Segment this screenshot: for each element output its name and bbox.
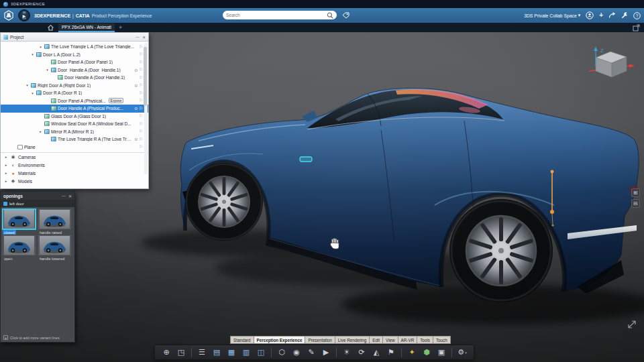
eye-icon[interactable]: ⊙ [134,137,138,141]
workbench-tab[interactable]: Tools [417,336,433,344]
tree-item[interactable]: ▸Mirror R A (Mirror R 1)⚐ [1,128,148,136]
variant-thumbnail[interactable]: handle raised [38,209,72,235]
flag-icon[interactable]: ⚐ [139,129,143,134]
variant-group-row[interactable]: left door [1,200,74,207]
spec-tree-icon[interactable]: ☰ [196,347,208,359]
render-quality-icon[interactable]: ⬢ [421,347,433,359]
3ds-logo-icon[interactable] [3,10,14,21]
home-icon[interactable] [47,24,54,31]
wrench-icon[interactable] [621,12,628,19]
navigation-cube[interactable]: Z [586,46,637,82]
tree-item[interactable]: Door Handle A (Door Handle.1)⚐ [1,74,148,82]
openings-panel-header[interactable]: openings — ✕ [1,192,74,200]
product-context-icon[interactable]: ⬡ [276,347,288,359]
tree-scrollbar-track[interactable] [144,43,148,174]
variant-preview-image[interactable] [38,235,71,255]
tree-item[interactable]: Glass Door A (Glass Door 1)⚐ [1,113,148,121]
compass-icon[interactable]: 20 ▶ V.R [18,9,30,21]
search-input[interactable] [226,13,325,17]
variant-preview-image[interactable] [38,209,71,229]
expand-arrow-icon[interactable]: ▾ [30,52,35,56]
library-section-cameras[interactable]: ▸◉Cameras [1,153,148,161]
tree-item[interactable]: ▾Door L A (Door L.2)⚐ [1,51,148,59]
tree-scrollbar-thumb[interactable] [144,47,147,106]
variant-preview-image[interactable] [3,235,36,255]
collapse-viewport-button[interactable]: ⊟ [631,199,640,208]
sketch-icon[interactable]: ✎ [305,347,317,359]
layout-grid-icon[interactable]: ▦ [225,347,237,359]
tree-item[interactable]: ▾Door_Handle A (Door_Handle.1)⊙⚐ [1,66,148,74]
variant-thumbnail[interactable]: open [3,235,37,261]
search-box[interactable] [223,11,337,19]
flag-icon[interactable]: ⚐ [139,144,143,149]
project-panel-header[interactable]: Project — ✕ [1,33,148,42]
tree-item[interactable]: Plane⚐ [1,143,148,152]
library-section-environments[interactable]: ▸◐Environments [1,161,148,169]
library-section-models[interactable]: ▸◆Models [1,177,148,185]
expand-arrow-icon[interactable]: ▾ [30,91,35,95]
tree-item[interactable]: Door Handle A (Physical Produc...⊙⚐ [1,105,148,113]
layout-split-icon[interactable]: ◫ [255,347,267,359]
tree-item[interactable]: ▾Right Door A (Right Door 1)⊙⚐ [1,82,148,90]
variant-preview-image[interactable] [3,209,36,229]
tree-item[interactable]: Window Seal Door R A (Window Seal D...⚐ [1,120,148,128]
flag-icon[interactable]: ⚐ [139,106,143,111]
door-handle-highlight[interactable] [300,157,312,162]
minimize-icon[interactable]: — [136,35,140,40]
collab-space-dropdown[interactable]: 3DS Private Collab Space ▾ [524,13,580,18]
expand-arrow-icon[interactable]: ▸ [38,129,43,133]
expand-window-icon[interactable] [633,24,640,32]
flag-icon[interactable]: ⚐ [139,60,143,65]
flag-icon[interactable]: ⚐ [139,75,143,80]
share-icon[interactable] [608,12,616,19]
capture-icon[interactable]: ▣ [435,347,447,359]
document-tab[interactable]: PPX 26xGA WN - Animati [58,23,115,32]
expand-arrow-icon[interactable]: ▾ [38,45,43,49]
eye-icon[interactable]: ⊙ [134,68,138,72]
flag-icon[interactable]: ⚐ [139,113,143,119]
workbench-tab[interactable]: Presentation [305,336,335,344]
tree-item[interactable]: Door Panel A (Physical...Expose⚐ [1,97,148,105]
zoom-area-icon[interactable]: ⊕ [160,347,172,359]
expand-arrow-icon[interactable]: ▾ [25,83,30,87]
expand-arrow-icon[interactable]: ▾ [45,68,50,72]
expand-arrow-icon[interactable]: ▸ [4,155,8,159]
effects-icon[interactable]: ✦ [406,347,418,359]
variant-thumbnail[interactable]: handle lowered [38,235,72,261]
close-icon[interactable]: ✕ [142,35,146,40]
tree-item[interactable]: ▾The Love Triangle L A (The Love Triangl… [1,43,148,51]
eye-icon[interactable]: ⊙ [134,106,138,111]
workbench-tab[interactable]: Standard [230,336,254,344]
flag-icon[interactable]: ⚐ [139,82,143,88]
workbench-tab[interactable]: AR-VR [398,336,418,344]
resize-corner-icon[interactable] [627,319,637,333]
workbench-tab[interactable]: Live Rendering [335,336,370,344]
play-animation-icon[interactable]: ▶ [320,347,332,359]
tree-item[interactable]: ▾Door R A (Door R 1)⚐ [1,89,148,97]
material-preview-icon[interactable]: ◉ [290,347,303,359]
expand-arrow-icon[interactable]: ▸ [4,171,8,175]
workbench-tab[interactable]: Touch [433,336,451,344]
tree-item[interactable]: The Love Triangle R A (The Love Triangle… [1,135,148,143]
help-icon[interactable]: ? [633,12,641,19]
flag-icon[interactable]: ⚐ [139,52,143,57]
new-tab-button[interactable]: + [119,24,122,31]
workbench-tab[interactable]: Perception Experience [254,336,306,344]
iso-view-icon[interactable]: ◳ [175,347,187,359]
layout-columns-icon[interactable]: ▥ [240,347,252,359]
expand-arrow-icon[interactable]: ▸ [4,163,8,167]
expand-viewport-button[interactable]: ⊞ [631,188,640,197]
milestone-flag-icon[interactable]: ⚑ [385,347,397,359]
workbench-tab[interactable]: Edit [369,336,383,344]
expand-arrow-icon[interactable]: ▸ [4,179,8,183]
turntable-icon[interactable]: ⟳ [356,347,368,359]
layout-rows-icon[interactable]: ▤ [211,347,223,359]
flag-icon[interactable]: ⚐ [139,121,143,127]
eye-icon[interactable]: ⊙ [134,83,138,88]
flag-icon[interactable]: ⚐ [139,67,143,72]
ambience-light-icon[interactable]: ☀ [341,347,353,359]
add-content-button[interactable]: + [599,12,603,19]
library-section-materials[interactable]: ▸●Materials [1,169,148,177]
user-avatar-icon[interactable] [586,11,594,19]
tree-item[interactable]: Door Panel A (Door Panel 1)⚐ [1,58,148,66]
